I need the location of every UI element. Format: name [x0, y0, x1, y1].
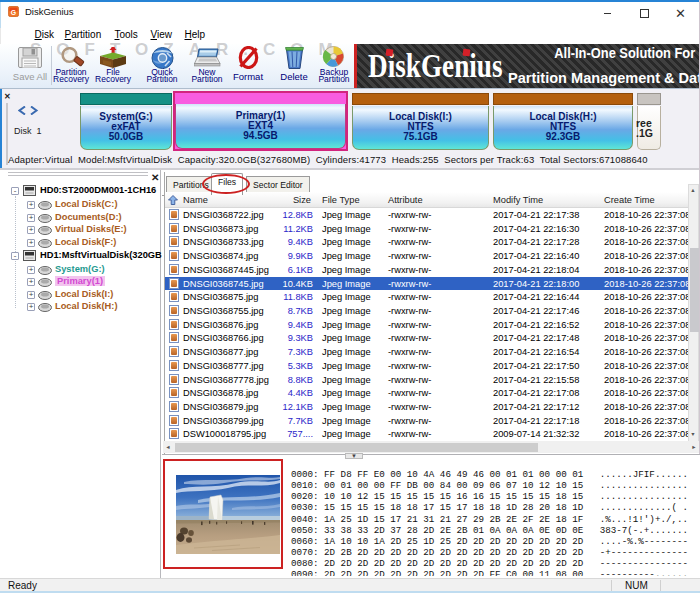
svg-text:G: G	[11, 9, 16, 16]
